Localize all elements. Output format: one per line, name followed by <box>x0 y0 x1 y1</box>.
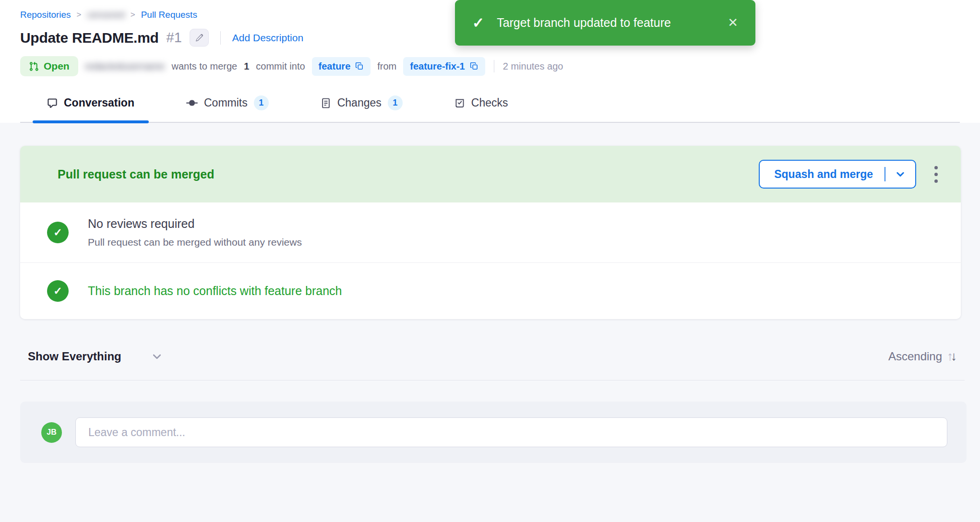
pr-tabbar: Conversation Commits 1 Changes 1 <box>20 89 960 123</box>
pencil-icon <box>195 34 203 42</box>
merge-banner: Pull request can be merged Squash and me… <box>20 146 961 202</box>
pr-content: Pull request can be merged Squash and me… <box>0 123 980 522</box>
more-options-kebab-icon[interactable] <box>931 162 942 187</box>
tab-label: Commits <box>204 96 248 109</box>
tab-label: Conversation <box>64 96 134 109</box>
sort-toggle[interactable]: Ascending ↑↓ <box>888 349 957 364</box>
file-icon <box>321 98 331 108</box>
pr-author-redacted: redactedusername <box>85 61 165 72</box>
meta-text: from <box>377 61 396 72</box>
pr-state-badge: Open <box>20 56 78 76</box>
comment-input[interactable] <box>75 417 947 447</box>
tab-checks[interactable]: Checks <box>440 89 523 122</box>
merge-check-row-conflicts: ✓ This branch has no conflicts with feat… <box>20 263 961 319</box>
tab-badge: 1 <box>388 95 403 110</box>
target-branch-name: feature <box>319 61 351 72</box>
check-title: No reviews required <box>88 217 302 231</box>
show-filter-dropdown[interactable]: Show Everything <box>28 350 163 363</box>
commit-count: 1 <box>244 61 249 72</box>
pr-title: Update README.md <box>20 30 159 46</box>
merge-check-row-reviews: ✓ No reviews required Pull request can b… <box>20 202 961 262</box>
toast-check-icon: ✓ <box>472 14 484 31</box>
commit-icon <box>186 97 198 109</box>
copy-icon[interactable] <box>470 62 478 71</box>
toast-notification: ✓ Target branch updated to feature ✕ <box>455 0 755 46</box>
source-branch-chip[interactable]: feature-fix-1 <box>403 57 485 76</box>
toast-close-icon[interactable]: ✕ <box>728 15 738 30</box>
source-branch-name: feature-fix-1 <box>410 61 465 72</box>
tab-label: Checks <box>471 96 508 109</box>
tab-changes[interactable]: Changes 1 <box>306 89 417 122</box>
success-check-icon: ✓ <box>47 280 69 302</box>
success-check-icon: ✓ <box>47 222 69 243</box>
copy-icon[interactable] <box>355 62 364 71</box>
merge-status-card: Pull request can be merged Squash and me… <box>20 146 961 319</box>
tab-conversation[interactable]: Conversation <box>33 89 149 122</box>
squash-and-merge-label: Squash and merge <box>760 168 884 181</box>
edit-title-button[interactable] <box>190 29 209 47</box>
merge-options-dropdown[interactable] <box>885 169 915 179</box>
breadcrumb-separator: > <box>131 10 135 20</box>
pr-timestamp: 2 minutes ago <box>503 61 563 72</box>
divider <box>884 167 885 181</box>
divider <box>494 60 494 72</box>
tab-commits[interactable]: Commits 1 <box>172 89 283 122</box>
meta-text: wants to merge <box>171 61 237 72</box>
checks-icon <box>454 98 465 108</box>
pr-number: #1 <box>167 30 182 46</box>
merge-banner-title: Pull request can be merged <box>58 167 759 181</box>
sort-label: Ascending <box>888 350 942 363</box>
avatar: JB <box>41 422 62 443</box>
chevron-down-icon <box>151 351 163 362</box>
comment-box: JB <box>20 402 967 463</box>
meta-text: commit into <box>256 61 305 72</box>
add-description-link[interactable]: Add Description <box>232 32 303 44</box>
show-filter-label: Show Everything <box>28 350 121 363</box>
check-subtitle: Pull request can be merged without any r… <box>88 237 302 248</box>
sort-arrows-icon: ↑↓ <box>947 349 957 364</box>
toast-message: Target branch updated to feature <box>497 16 715 30</box>
timeline-controls: Show Everything Ascending ↑↓ <box>20 349 965 364</box>
divider <box>20 380 965 380</box>
divider <box>220 31 221 45</box>
breadcrumb-repo-redacted[interactable]: censored <box>87 10 125 20</box>
chevron-down-icon <box>895 169 906 179</box>
breadcrumb-repositories[interactable]: Repositories <box>20 10 71 20</box>
pull-request-page: ✓ Target branch updated to feature ✕ Rep… <box>0 0 980 522</box>
target-branch-chip[interactable]: feature <box>312 57 371 76</box>
breadcrumb-separator: > <box>77 10 82 20</box>
pr-state-label: Open <box>44 60 70 72</box>
check-title: This branch has no conflicts with featur… <box>88 277 342 305</box>
breadcrumb-pull-requests[interactable]: Pull Requests <box>141 10 197 20</box>
pr-meta-row: Open redactedusername wants to merge 1 c… <box>20 56 960 76</box>
tab-label: Changes <box>337 96 382 109</box>
comment-bubble-icon <box>47 98 58 108</box>
squash-and-merge-button[interactable]: Squash and merge <box>759 160 916 189</box>
tab-badge: 1 <box>254 95 269 110</box>
pull-request-icon <box>29 61 39 71</box>
